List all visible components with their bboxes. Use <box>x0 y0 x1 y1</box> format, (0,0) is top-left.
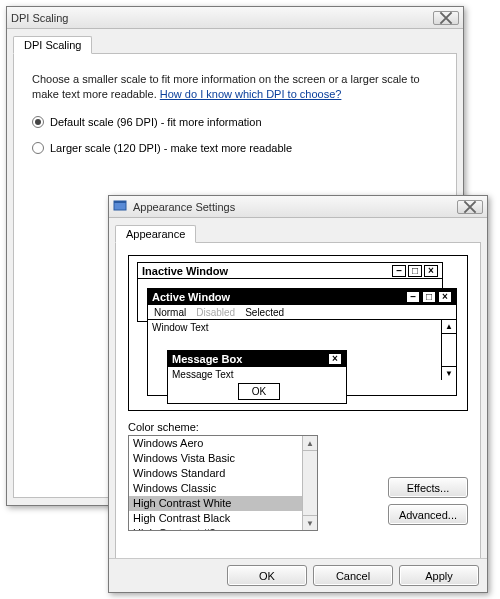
preview-active-titlebar: Active Window – □ × <box>148 289 456 305</box>
list-item[interactable]: Windows Classic <box>129 481 302 496</box>
menu-disabled: Disabled <box>196 307 235 318</box>
dpi-title-text: DPI Scaling <box>11 12 427 24</box>
scroll-down-icon[interactable]: ▼ <box>303 515 317 530</box>
preview-inactive-titlebar: Inactive Window – □ × <box>138 263 442 279</box>
dpi-tab[interactable]: DPI Scaling <box>13 36 92 54</box>
list-item[interactable]: Windows Standard <box>129 466 302 481</box>
radio-larger-label: Larger scale (120 DPI) - make text more … <box>50 142 292 154</box>
appearance-tab-panel: Appearance Inactive Window – □ × Active … <box>115 242 481 582</box>
preview-msg-text: Message Text <box>168 367 346 382</box>
dpi-description: Choose a smaller scale to fit more infor… <box>32 72 438 102</box>
ok-button[interactable]: OK <box>227 565 307 586</box>
appearance-titlebar[interactable]: Appearance Settings <box>109 196 487 218</box>
preview-inactive-title: Inactive Window <box>142 265 228 277</box>
close-icon: × <box>438 291 452 303</box>
effects-button[interactable]: Effects... <box>388 477 468 498</box>
preview-active-title: Active Window <box>152 291 230 303</box>
scroll-down-icon: ▼ <box>442 366 456 380</box>
scroll-up-icon: ▲ <box>442 320 456 334</box>
preview-message-box: Message Box × Message Text OK <box>167 350 347 404</box>
dpi-titlebar[interactable]: DPI Scaling <box>7 7 463 29</box>
radio-icon <box>32 116 44 128</box>
close-icon: × <box>328 353 342 365</box>
theme-preview: Inactive Window – □ × Active Window – □ … <box>128 255 468 411</box>
list-item[interactable]: High Contrast #2 <box>129 526 302 531</box>
list-item[interactable]: High Contrast Black <box>129 511 302 526</box>
close-icon[interactable] <box>433 11 459 25</box>
list-item[interactable]: High Contrast White <box>129 496 302 511</box>
minimize-icon: – <box>406 291 420 303</box>
preview-msg-titlebar: Message Box × <box>168 351 346 367</box>
preview-scrollbar: ▲ ▼ <box>442 320 456 380</box>
svg-rect-1 <box>114 201 126 203</box>
appearance-title-text: Appearance Settings <box>133 201 451 213</box>
close-icon[interactable] <box>457 200 483 214</box>
list-item[interactable]: Windows Vista Basic <box>129 451 302 466</box>
radio-default-scale[interactable]: Default scale (96 DPI) - fit more inform… <box>32 116 438 128</box>
maximize-icon: □ <box>422 291 436 303</box>
close-icon: × <box>424 265 438 277</box>
minimize-icon: – <box>392 265 406 277</box>
color-scheme-label: Color scheme: <box>128 421 468 433</box>
cancel-button[interactable]: Cancel <box>313 565 393 586</box>
listbox-scrollbar[interactable]: ▲ ▼ <box>302 436 317 530</box>
color-scheme-listbox[interactable]: Windows AeroWindows Vista BasicWindows S… <box>128 435 318 531</box>
app-icon <box>113 199 127 215</box>
scroll-up-icon[interactable]: ▲ <box>303 436 317 451</box>
dialog-button-bar: OK Cancel Apply <box>109 558 487 592</box>
dpi-help-link[interactable]: How do I know which DPI to choose? <box>160 88 342 100</box>
appearance-tab[interactable]: Appearance <box>115 225 196 243</box>
advanced-button[interactable]: Advanced... <box>388 504 468 525</box>
menu-selected: Selected <box>245 307 284 318</box>
preview-ok-button: OK <box>238 383 280 400</box>
radio-larger-scale[interactable]: Larger scale (120 DPI) - make text more … <box>32 142 438 154</box>
radio-default-label: Default scale (96 DPI) - fit more inform… <box>50 116 262 128</box>
appearance-settings-window: Appearance Settings Appearance Inactive … <box>108 195 488 593</box>
radio-icon <box>32 142 44 154</box>
apply-button[interactable]: Apply <box>399 565 479 586</box>
maximize-icon: □ <box>408 265 422 277</box>
preview-msg-title: Message Box <box>172 353 242 365</box>
preview-menubar: Normal Disabled Selected <box>148 305 456 320</box>
menu-normal: Normal <box>154 307 186 318</box>
list-item[interactable]: Windows Aero <box>129 436 302 451</box>
